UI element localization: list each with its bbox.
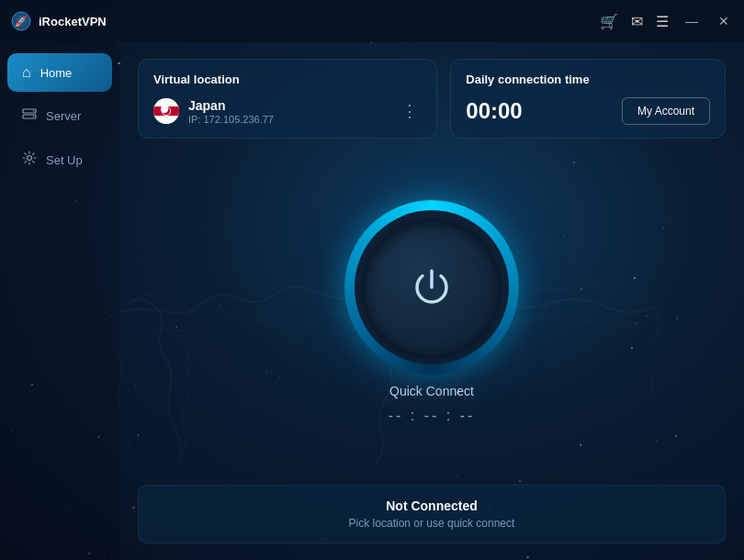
more-options-button[interactable]: ⋮ (398, 97, 422, 125)
server-icon (22, 106, 37, 125)
sidebar-item-server[interactable]: Server (7, 95, 112, 136)
country-name: Japan (188, 98, 389, 113)
daily-row: 00:00 My Account (466, 97, 710, 125)
sidebar-item-home-label: Home (40, 66, 73, 80)
titlebar: 🚀 iRocketVPN 🛒 ✉ ☰ — ✕ (0, 0, 744, 42)
svg-point-4 (33, 110, 35, 112)
power-ring-middle (355, 210, 509, 364)
top-cards: Virtual location Japan IP: 172.10 (138, 59, 726, 139)
power-button[interactable] (364, 219, 500, 355)
daily-connection-card: Daily connection time 00:00 My Account (450, 59, 726, 139)
country-flag (153, 98, 179, 124)
status-subtitle: Pick location or use quick connect (153, 517, 710, 530)
sidebar-item-setup[interactable]: Set Up (7, 140, 112, 180)
status-bar: Not Connected Pick location or use quick… (138, 485, 726, 543)
svg-point-5 (33, 116, 35, 118)
setup-icon (22, 151, 37, 169)
virtual-location-title: Virtual location (153, 73, 422, 86)
virtual-location-card: Virtual location Japan IP: 172.10 (138, 59, 437, 139)
power-area: Quick Connect -- : -- : -- (138, 151, 726, 472)
my-account-button[interactable]: My Account (622, 97, 710, 125)
power-ring-outer (344, 200, 519, 375)
cart-icon[interactable]: 🛒 (600, 13, 618, 30)
mail-icon[interactable]: ✉ (631, 13, 643, 30)
sidebar-item-home[interactable]: ⌂ Home (7, 53, 112, 92)
svg-point-6 (28, 156, 32, 161)
svg-point-11 (161, 106, 168, 113)
main-layout: ⌂ Home Server Set Up (0, 42, 744, 560)
sidebar-item-server-label: Server (46, 109, 81, 123)
location-info: Japan IP: 172.105.236.77 (188, 98, 389, 125)
status-title: Not Connected (153, 498, 710, 513)
titlebar-controls: 🛒 ✉ ☰ — ✕ (600, 12, 733, 30)
app-logo: 🚀 (11, 11, 31, 31)
content-area: Virtual location Japan IP: 172.10 (119, 42, 744, 560)
titlebar-left: 🚀 iRocketVPN (11, 11, 107, 31)
daily-connection-title: Daily connection time (466, 73, 710, 86)
home-icon: ⌂ (22, 64, 31, 81)
ip-address: IP: 172.105.236.77 (188, 114, 389, 125)
close-button[interactable]: ✕ (715, 12, 733, 30)
app-name: iRocketVPN (39, 15, 107, 28)
sidebar: ⌂ Home Server Set Up (0, 42, 119, 560)
svg-text:🚀: 🚀 (15, 15, 28, 28)
menu-icon[interactable]: ☰ (656, 13, 669, 30)
connection-time: 00:00 (466, 98, 522, 124)
power-icon (404, 260, 459, 315)
quick-connect-label: Quick Connect (389, 384, 474, 398)
sidebar-item-setup-label: Set Up (46, 153, 83, 167)
location-row: Japan IP: 172.105.236.77 ⋮ (153, 97, 422, 125)
timer-display: -- : -- : -- (389, 408, 476, 424)
minimize-button[interactable]: — (682, 12, 702, 30)
